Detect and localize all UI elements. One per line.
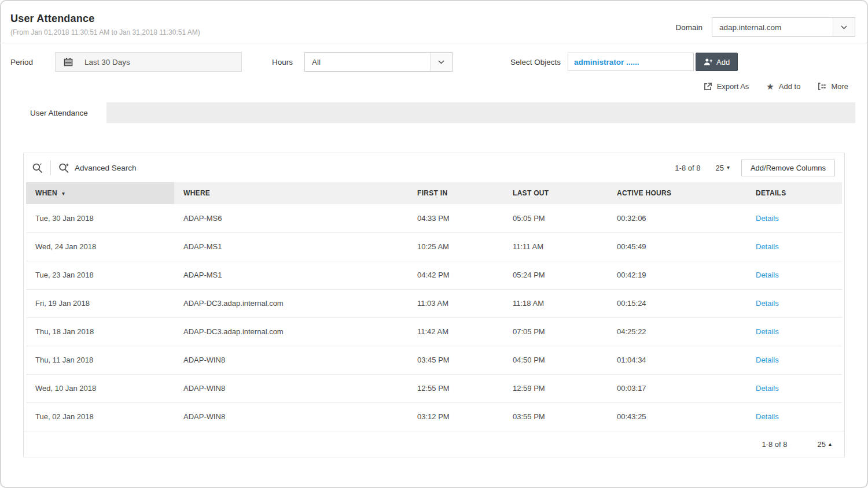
footer-page-size-value: 25 [818,440,826,449]
cell-last-out: 05:24 PM [503,261,608,289]
cell-last-out: 07:05 PM [503,317,608,346]
cell-when: Thu, 11 Jan 2018 [26,346,174,374]
table-toolbar: Advanced Search 1-8 of 8 25 ▾ Add/Remove… [24,153,844,182]
cell-where: ADAP-WIN8 [174,346,408,374]
chevron-down-icon [833,18,855,36]
cell-details: Details [746,204,842,232]
column-header-when[interactable]: WHEN▾ [26,182,174,204]
details-link[interactable]: Details [756,214,779,223]
attendance-table: WHEN▾ WHERE FIRST IN LAST OUT ACTIVE HOU… [26,182,842,431]
column-header-first-in[interactable]: FIRST IN [408,182,503,204]
column-header-last-out[interactable]: LAST OUT [503,182,608,204]
select-objects-input[interactable]: administrator ...... [568,53,694,71]
hours-select[interactable]: All [304,52,453,72]
report-panel: Advanced Search 1-8 of 8 25 ▾ Add/Remove… [23,153,845,457]
cell-when: Fri, 19 Jan 2018 [26,289,174,317]
cell-details: Details [746,289,842,317]
page-header: User Attendance (From Jan 01,2018 11:30:… [0,0,868,43]
table-body: Tue, 30 Jan 2018 ADAP-MS6 04:33 PM 05:05… [26,204,842,431]
table-row: Tue, 30 Jan 2018 ADAP-MS6 04:33 PM 05:05… [26,204,842,232]
hours-select-value: All [305,53,430,71]
period-label: Period [10,58,55,66]
cell-details: Details [746,317,842,346]
footer-pagination-range: 1-8 of 8 [762,440,787,449]
select-objects-label: Select Objects [510,58,561,66]
filter-row: Period Last 30 Days Hours All Select Obj… [0,43,868,72]
cell-active-hours: 00:32:06 [608,204,746,232]
cell-active-hours: 01:04:34 [608,346,746,374]
column-header-active-hours[interactable]: ACTIVE HOURS [608,182,746,204]
cell-details: Details [746,261,842,289]
table-row: Thu, 18 Jan 2018 ADAP-DC3.adap.internal.… [26,317,842,346]
cell-where: ADAP-WIN8 [174,374,408,402]
export-as-label: Export As [717,82,749,91]
cell-last-out: 05:05 PM [503,204,608,232]
page-title: User Attendance [10,13,200,25]
sort-caret-icon: ▾ [62,190,65,197]
add-object-button[interactable]: Add [696,53,738,71]
column-header-details[interactable]: DETAILS [746,182,842,204]
details-link[interactable]: Details [756,356,779,364]
add-button-label: Add [716,58,730,66]
domain-select-value: adap.internal.com [712,18,833,36]
cell-active-hours: 00:15:24 [608,289,746,317]
column-header-where[interactable]: WHERE [174,182,408,204]
details-link[interactable]: Details [756,299,779,308]
caret-up-icon: ▴ [829,441,832,447]
details-link[interactable]: Details [756,412,779,421]
domain-select[interactable]: adap.internal.com [712,17,855,37]
cell-active-hours: 00:45:49 [608,232,746,261]
cell-details: Details [746,346,842,374]
period-input[interactable]: Last 30 Days [55,52,242,72]
tab-label: User Attendance [30,109,88,117]
cell-when: Thu, 18 Jan 2018 [26,317,174,346]
cell-last-out: 12:59 PM [503,374,608,402]
cell-first-in: 04:33 PM [408,204,503,232]
tab-user-attendance[interactable]: User Attendance [12,102,106,123]
table-footer: 1-8 of 8 25 ▴ [24,431,844,457]
report-date-range: (From Jan 01,2018 11:30:51 AM to Jan 31,… [10,28,200,36]
table-row: Wed, 10 Jan 2018 ADAP-WIN8 12:55 PM 12:5… [26,374,842,402]
cell-first-in: 04:42 PM [408,261,503,289]
calendar-icon [56,57,81,66]
cell-active-hours: 00:43:25 [608,402,746,431]
add-to-label: Add to [779,82,801,91]
add-remove-columns-button[interactable]: Add/Remove Columns [741,160,835,176]
cell-first-in: 11:03 AM [408,289,503,317]
cell-first-in: 03:12 PM [408,402,503,431]
cell-last-out: 04:50 PM [503,346,608,374]
more-label: More [831,82,848,91]
more-button[interactable]: More [818,82,848,91]
table-row: Thu, 11 Jan 2018 ADAP-WIN8 03:45 PM 04:5… [26,346,842,374]
cell-first-in: 12:55 PM [408,374,503,402]
cell-details: Details [746,402,842,431]
export-icon [704,82,712,91]
details-link[interactable]: Details [756,327,779,336]
chevron-down-icon [430,53,452,71]
footer-page-size-dropdown[interactable]: 25 ▴ [818,440,832,449]
advanced-search-button[interactable]: Advanced Search [58,162,137,173]
cell-last-out: 11:11 AM [503,232,608,261]
cell-details: Details [746,374,842,402]
export-as-button[interactable]: Export As [704,82,749,91]
cell-first-in: 10:25 AM [408,232,503,261]
search-icon[interactable] [32,162,43,173]
cell-where: ADAP-DC3.adap.internal.com [174,289,408,317]
pagination-range: 1-8 of 8 [675,164,700,172]
period-value: Last 30 Days [81,58,130,66]
details-link[interactable]: Details [756,242,779,251]
details-link[interactable]: Details [756,271,779,279]
cell-where: ADAP-WIN8 [174,402,408,431]
page-size-dropdown[interactable]: 25 ▾ [715,164,730,172]
details-link[interactable]: Details [756,384,779,393]
add-to-button[interactable]: ★ Add to [766,82,800,91]
caret-down-icon: ▾ [727,165,730,171]
table-row: Wed, 24 Jan 2018 ADAP-MS1 10:25 AM 11:11… [26,232,842,261]
more-icon [818,82,826,91]
cell-active-hours: 04:25:22 [608,317,746,346]
cell-where: ADAP-DC3.adap.internal.com [174,317,408,346]
report-actions-row: Export As ★ Add to More [0,72,868,93]
cell-where: ADAP-MS6 [174,204,408,232]
toolbar-right: 1-8 of 8 25 ▾ Add/Remove Columns [675,160,835,176]
cell-when: Tue, 30 Jan 2018 [26,204,174,232]
